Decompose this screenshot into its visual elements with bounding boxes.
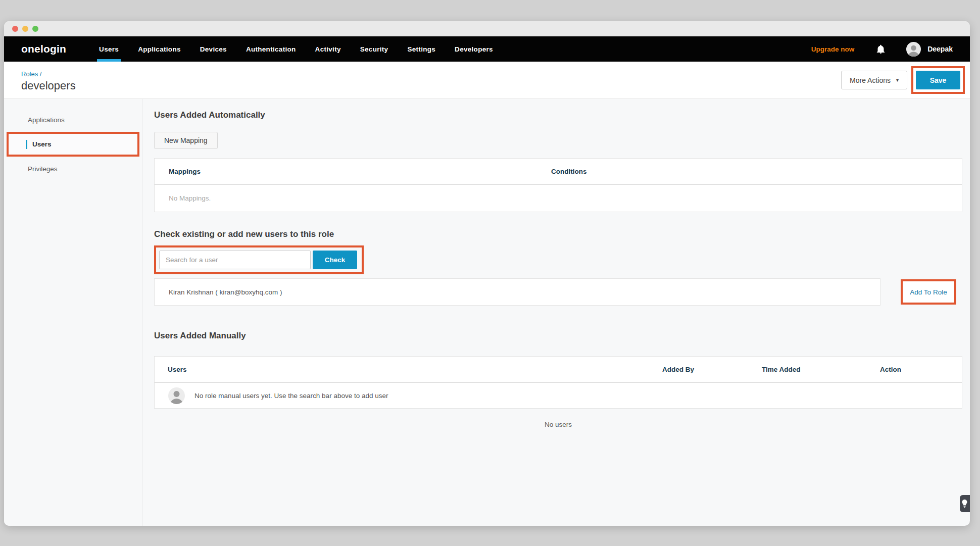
window-titlebar <box>4 21 970 36</box>
nav-item-authentication[interactable]: Authentication <box>236 36 306 62</box>
onelogin-logo: onelogin <box>21 43 66 55</box>
sidebar-item-users-label: Users <box>32 140 52 148</box>
help-lightbulb-tab[interactable] <box>960 495 970 512</box>
more-actions-label: More Actions <box>850 76 891 84</box>
role-sidebar: Applications Users Privileges <box>4 99 142 526</box>
breadcrumb-block: Roles / developers <box>21 68 76 92</box>
manual-users-table: Users Added By Time Added Action No role… <box>154 356 962 409</box>
annotation-box-add-to-role: Add To Role <box>901 279 956 305</box>
user-result-text: Kiran Krishnan ( kiran@boxyhq.com ) <box>169 288 282 296</box>
column-header-users: Users <box>155 366 662 373</box>
nav-item-applications[interactable]: Applications <box>128 36 190 62</box>
check-button[interactable]: Check <box>313 251 357 269</box>
lightbulb-icon <box>962 500 967 508</box>
nav-item-settings[interactable]: Settings <box>398 36 445 62</box>
manual-users-empty-row: No role manual users yet. Use the search… <box>155 383 962 408</box>
nav-item-developers[interactable]: Developers <box>445 36 503 62</box>
window-minimize-button[interactable] <box>22 26 28 32</box>
section-title-users-added-manually: Users Added Manually <box>154 331 963 341</box>
column-header-conditions: Conditions <box>551 168 587 175</box>
user-search-input[interactable] <box>159 251 311 269</box>
no-users-text: No users <box>154 421 962 428</box>
manual-table-header: Users Added By Time Added Action <box>155 357 962 383</box>
notifications-bell-icon[interactable] <box>876 44 885 54</box>
mappings-empty-row: No Mappings. <box>155 185 962 212</box>
annotation-box-search: Check <box>154 245 364 274</box>
search-result-zone: Kiran Krishnan ( kiran@boxyhq.com ) Add … <box>154 278 963 306</box>
sidebar-item-users[interactable]: Users <box>9 134 137 155</box>
more-actions-button[interactable]: More Actions ▾ <box>841 71 907 89</box>
upgrade-now-link[interactable]: Upgrade now <box>811 45 855 53</box>
top-navbar: onelogin Users Applications Devices Auth… <box>4 36 970 62</box>
header-actions: More Actions ▾ Save <box>841 66 965 94</box>
screen: onelogin Users Applications Devices Auth… <box>0 0 980 546</box>
user-result-row: Kiran Krishnan ( kiran@boxyhq.com ) <box>154 278 880 306</box>
new-mapping-button[interactable]: New Mapping <box>154 132 218 149</box>
mappings-table-header: Mappings Conditions <box>155 159 962 185</box>
no-mappings-text: No Mappings. <box>169 194 211 202</box>
column-header-mappings: Mappings <box>155 168 551 175</box>
section-title-users-added-automatically: Users Added Automatically <box>154 110 963 120</box>
placeholder-user-avatar-icon <box>168 387 185 404</box>
page-header: Roles / developers More Actions ▾ Save <box>4 62 970 99</box>
active-indicator-bar <box>26 140 27 149</box>
sidebar-item-privileges[interactable]: Privileges <box>4 160 142 178</box>
content-area: Applications Users Privileges Users Adde… <box>4 99 970 526</box>
breadcrumb-roles-link[interactable]: Roles / <box>21 70 41 78</box>
mappings-table: Mappings Conditions No Mappings. <box>154 158 962 212</box>
user-avatar[interactable] <box>906 42 921 57</box>
main-panel: Users Added Automatically New Mapping Ma… <box>142 99 970 526</box>
window-zoom-button[interactable] <box>32 26 38 32</box>
nav-item-devices[interactable]: Devices <box>190 36 236 62</box>
annotation-box-users: Users <box>7 132 139 157</box>
nav-item-users[interactable]: Users <box>89 36 128 62</box>
nav-item-security[interactable]: Security <box>351 36 398 62</box>
user-name: Deepak <box>927 45 953 53</box>
window-close-button[interactable] <box>12 26 18 32</box>
add-to-role-link[interactable]: Add To Role <box>910 288 947 296</box>
no-manual-users-text: No role manual users yet. Use the search… <box>194 392 388 400</box>
section-title-check-existing: Check existing or add new users to this … <box>154 229 963 239</box>
navbar-right: Upgrade now Deepak <box>811 36 953 62</box>
annotation-box-save: Save <box>911 66 965 94</box>
column-header-added-by: Added By <box>662 366 762 373</box>
chevron-down-icon: ▾ <box>896 77 899 83</box>
column-header-time-added: Time Added <box>762 366 880 373</box>
page-title: developers <box>21 79 76 92</box>
nav-item-activity[interactable]: Activity <box>306 36 351 62</box>
primary-nav: Users Applications Devices Authenticatio… <box>89 36 503 62</box>
sidebar-item-applications[interactable]: Applications <box>4 111 142 129</box>
column-header-action: Action <box>880 366 901 373</box>
browser-window: onelogin Users Applications Devices Auth… <box>4 21 970 526</box>
save-button[interactable]: Save <box>916 71 960 89</box>
